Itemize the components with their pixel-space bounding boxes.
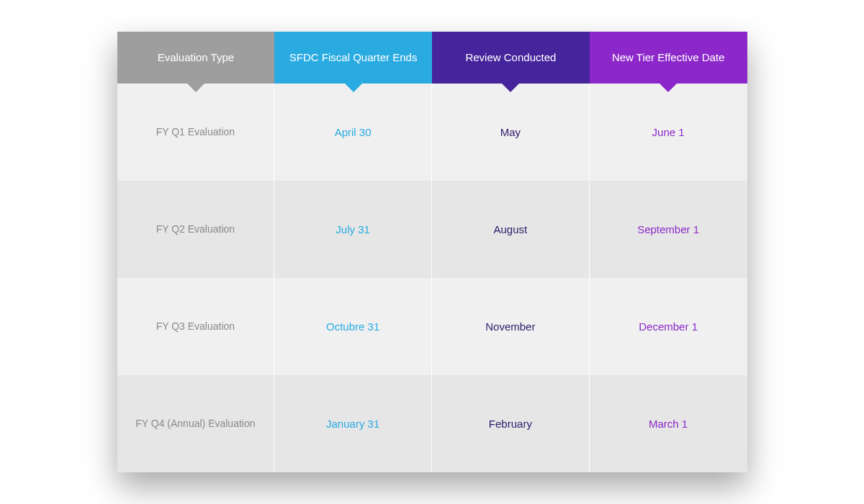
cell-effective-date: March 1 xyxy=(590,375,747,472)
cell-fiscal-quarter-ends: April 30 xyxy=(274,84,432,181)
cell-evaluation-type: FY Q3 Evaluation xyxy=(117,278,275,375)
cell-review-conducted: August xyxy=(432,181,590,278)
header-review-conducted: Review Conducted xyxy=(432,32,590,84)
cell-evaluation-type: FY Q4 (Annual) Evaluation xyxy=(117,375,275,472)
table-grid: Evaluation Type SFDC Fiscal Quarter Ends… xyxy=(117,32,747,472)
header-fiscal-quarter-ends: SFDC Fiscal Quarter Ends xyxy=(274,32,432,84)
header-effective-date: New Tier Effective Date xyxy=(590,32,747,84)
header-evaluation-type: Evaluation Type xyxy=(117,32,275,84)
cell-evaluation-type: FY Q1 Evaluation xyxy=(117,84,275,181)
cell-fiscal-quarter-ends: January 31 xyxy=(274,375,432,472)
cell-effective-date: June 1 xyxy=(590,84,747,181)
cell-fiscal-quarter-ends: Octubre 31 xyxy=(274,278,432,375)
cell-review-conducted: May xyxy=(432,84,590,181)
evaluation-schedule-table: Evaluation Type SFDC Fiscal Quarter Ends… xyxy=(117,32,747,472)
cell-evaluation-type: FY Q2 Evaluation xyxy=(117,181,275,278)
cell-review-conducted: November xyxy=(432,278,590,375)
cell-review-conducted: February xyxy=(432,375,590,472)
cell-effective-date: September 1 xyxy=(590,181,747,278)
cell-effective-date: December 1 xyxy=(590,278,747,375)
cell-fiscal-quarter-ends: July 31 xyxy=(274,181,432,278)
